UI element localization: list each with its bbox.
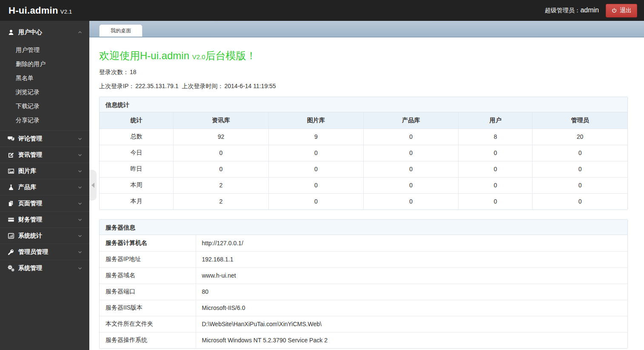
stats-cell: 9 — [268, 129, 363, 145]
comments-icon — [8, 135, 14, 142]
credit-card-icon — [8, 216, 14, 223]
stats-column-header: 图片库 — [268, 112, 363, 129]
sidebar-item-label: 图片库 — [18, 167, 36, 175]
role-label: 超级管理员： — [544, 7, 580, 14]
chevron-down-icon — [77, 185, 83, 190]
server-info-row: 服务器计算机名http://127.0.0.1/ — [100, 235, 627, 251]
stats-cell: 0 — [268, 193, 363, 209]
stats-row-label: 总数 — [100, 129, 174, 145]
stats-column-header: 资讯库 — [174, 112, 268, 129]
stats-cell: 0 — [363, 145, 458, 161]
stats-cell: 92 — [174, 129, 268, 145]
submenu-user-center: 用户管理删除的用户黑名单浏览记录下载记录分享记录 — [0, 40, 89, 130]
sidebar-item-label: 系统统计 — [18, 232, 42, 240]
welcome-main: 欢迎使用H-ui.admin — [99, 50, 192, 61]
top-bar: H-ui.adminV2.1 超级管理员：admin 退出 — [0, 0, 644, 21]
server-row-label: 服务器域名 — [100, 267, 196, 284]
pages-icon — [8, 200, 14, 207]
sidebar-subitem-user-management[interactable]: 用户管理 — [0, 43, 89, 57]
chevron-down-icon — [77, 152, 83, 158]
chevron-down-icon — [77, 250, 83, 255]
server-info-row: 服务器IP地址192.168.1.1 — [100, 251, 627, 267]
power-icon — [611, 8, 617, 14]
sidebar-subitem-share-history[interactable]: 分享记录 — [0, 113, 89, 127]
welcome-heading: 欢迎使用H-ui.admin V2.0后台模版！ — [99, 50, 628, 63]
server-row-value: Microsoft-IIS/6.0 — [196, 300, 627, 316]
sidebar-item-label: 评论管理 — [18, 135, 42, 143]
username: admin — [580, 6, 599, 14]
last-ip-label: 上次登录IP： — [99, 83, 134, 89]
chevron-down-icon — [77, 136, 83, 141]
sidebar-subitem-download-history[interactable]: 下载记录 — [0, 99, 89, 113]
logout-label: 退出 — [620, 7, 632, 14]
stats-panel-title: 信息统计 — [100, 97, 627, 112]
server-panel: 服务器信息 服务器计算机名http://127.0.0.1/服务器IP地址192… — [99, 219, 628, 349]
current-user: 超级管理员：admin — [544, 6, 599, 14]
server-info-row: 服务器IIS版本Microsoft-IIS/6.0 — [100, 300, 627, 316]
server-row-label: 服务器操作系统 — [100, 332, 196, 348]
key-icon — [8, 249, 14, 255]
sidebar-item-product-library[interactable]: 产品库 — [0, 179, 89, 195]
sidebar-item-admin-management[interactable]: 管理员管理 — [0, 244, 89, 260]
sidebar-item-label: 管理员管理 — [18, 248, 48, 256]
app-window: H-ui.adminV2.1 超级管理员：admin 退出 用户中心用户管理删除… — [0, 0, 644, 350]
stats-row-label: 今日 — [100, 145, 174, 161]
stats-cell: 8 — [459, 129, 533, 145]
sidebar-item-label: 产品库 — [18, 184, 36, 191]
sidebar-collapse-handle[interactable] — [89, 170, 97, 201]
chevron-up-icon — [77, 30, 83, 35]
login-count-value: 18 — [130, 69, 137, 75]
stats-cell: 0 — [268, 145, 363, 161]
server-row-value: www.h-ui.net — [196, 267, 627, 284]
stats-row: 总数9290820 — [100, 129, 627, 145]
server-row-value: 192.168.1.1 — [196, 251, 627, 267]
server-info-row: 服务器操作系统Microsoft Windows NT 5.2.3790 Ser… — [100, 332, 627, 348]
user-icon — [8, 29, 14, 36]
sidebar-subitem-deleted-users[interactable]: 删除的用户 — [0, 57, 89, 71]
sidebar-item-system-management[interactable]: 系统管理 — [0, 260, 89, 276]
sidebar-item-finance-management[interactable]: 财务管理 — [0, 211, 89, 227]
server-info-row: 本文件所在文件夹D:\WebSite\HanXiPuTai.com\XinYiC… — [100, 316, 627, 332]
login-count-label: 登录次数： — [99, 69, 129, 75]
stats-cell: 0 — [533, 145, 627, 161]
stats-row: 本月20000 — [100, 193, 627, 209]
stats-cell: 0 — [268, 161, 363, 177]
sidebar-item-comment-management[interactable]: 评论管理 — [0, 130, 89, 146]
stats-cell: 0 — [459, 193, 533, 209]
sidebar-item-image-library[interactable]: 图片库 — [0, 163, 89, 179]
server-row-label: 服务器计算机名 — [100, 235, 196, 251]
tab-my-desktop[interactable]: 我的桌面 — [99, 24, 142, 37]
stats-cell: 0 — [533, 193, 627, 209]
app-version: V2.1 — [60, 9, 72, 15]
app-logo: H-ui.adminV2.1 — [9, 5, 72, 16]
stats-row: 昨日00000 — [100, 161, 627, 177]
sidebar-item-system-statistics[interactable]: 系统统计 — [0, 227, 89, 244]
server-row-value: D:\WebSite\HanXiPuTai.com\XinYiCMS.Web\ — [196, 316, 627, 332]
sidebar-item-user-center[interactable]: 用户中心 — [0, 24, 89, 40]
server-info-row: 服务器域名www.h-ui.net — [100, 267, 627, 284]
stats-column-header: 统计 — [100, 112, 174, 129]
stats-cell: 0 — [363, 161, 458, 177]
stats-row-label: 昨日 — [100, 161, 174, 177]
stats-cell: 0 — [363, 129, 458, 145]
sidebar-subitem-browse-history[interactable]: 浏览记录 — [0, 85, 89, 99]
triangle-left-icon — [91, 183, 94, 188]
logout-button[interactable]: 退出 — [606, 4, 637, 17]
sidebar-subitem-blacklist[interactable]: 黑名单 — [0, 71, 89, 85]
stats-cell: 0 — [363, 193, 458, 209]
stats-cell: 0 — [459, 177, 533, 193]
flask-icon — [8, 184, 14, 191]
chevron-down-icon — [77, 233, 83, 238]
sidebar-item-news-management[interactable]: 资讯管理 — [0, 146, 89, 163]
sidebar-item-label: 用户中心 — [18, 29, 42, 36]
server-info-table: 服务器计算机名http://127.0.0.1/服务器IP地址192.168.1… — [100, 235, 627, 348]
stats-cell: 20 — [533, 129, 627, 145]
sidebar: 用户中心用户管理删除的用户黑名单浏览记录下载记录分享记录评论管理资讯管理图片库产… — [0, 21, 89, 350]
stats-cell: 0 — [268, 177, 363, 193]
edit-icon — [8, 152, 14, 158]
stats-cell: 0 — [533, 161, 627, 177]
last-ip-value: 222.35.131.79.1 — [135, 83, 178, 89]
last-time-value: 2014-6-14 11:19:55 — [224, 83, 276, 89]
bar-chart-icon — [8, 232, 14, 239]
sidebar-item-page-management[interactable]: 页面管理 — [0, 195, 89, 211]
